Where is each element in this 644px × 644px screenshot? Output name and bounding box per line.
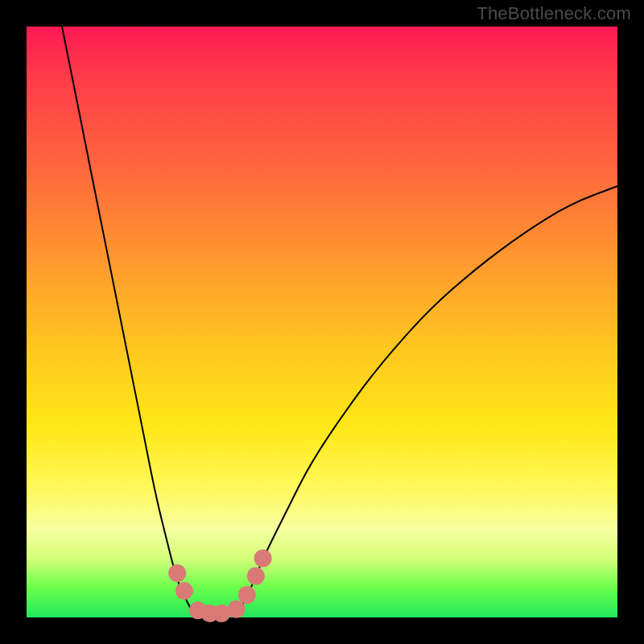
highlight-dot bbox=[228, 601, 246, 618]
highlight-dot bbox=[168, 564, 186, 582]
curve-group bbox=[62, 27, 617, 616]
highlight-dot bbox=[247, 568, 265, 585]
highlight-dot bbox=[254, 550, 272, 568]
bottleneck-curve-svg bbox=[27, 27, 617, 617]
highlight-dot bbox=[175, 582, 193, 600]
highlight-dot bbox=[238, 586, 256, 604]
watermark-text: TheBottleneck.com bbox=[477, 3, 631, 24]
chart-outer-frame: TheBottleneck.com bbox=[0, 0, 644, 644]
bottleneck-curve bbox=[62, 27, 617, 616]
chart-plot-area bbox=[27, 27, 617, 617]
highlight-markers bbox=[168, 550, 271, 622]
